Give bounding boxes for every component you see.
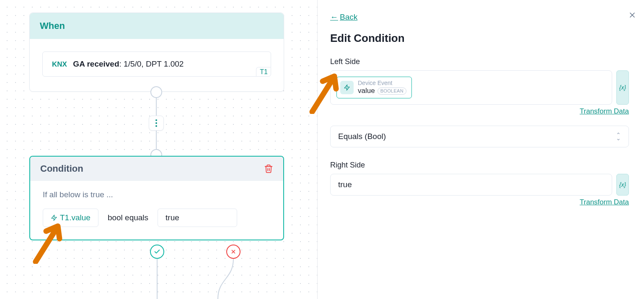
operator-text: bool equals — [108, 213, 148, 222]
token-kind: Device Event — [358, 80, 406, 87]
delete-button[interactable] — [264, 164, 273, 173]
back-link[interactable]: ← Back — [330, 13, 357, 22]
when-header: When — [30, 13, 284, 39]
trigger-text: GA received: 1/5/0, DPT 1.002 — [73, 59, 184, 68]
right-operand-text: true — [166, 213, 179, 222]
check-icon — [154, 248, 160, 255]
flow-canvas[interactable]: When KNX GA received: 1/5/0, DPT 1.002 T… — [0, 0, 317, 299]
variable-icon: {x} — [619, 84, 626, 91]
token-value: value — [358, 87, 375, 95]
device-event-token[interactable]: Device Event value BOOLEAN — [336, 77, 412, 98]
close-button[interactable] — [628, 11, 636, 19]
condition-title: Condition — [40, 163, 83, 174]
arrow-left-icon: ← — [330, 13, 338, 22]
right-side-row: true {x} — [330, 174, 629, 196]
false-branch-curve — [197, 258, 243, 299]
token-type-badge: BOOLEAN — [378, 88, 406, 95]
when-title: When — [40, 21, 65, 31]
trigger-box[interactable]: KNX GA received: 1/5/0, DPT 1.002 T1 — [42, 52, 271, 77]
false-branch[interactable] — [226, 245, 241, 259]
right-transform-link[interactable]: Transform Data — [330, 198, 629, 206]
condition-row: T1.value bool equals true — [43, 209, 271, 227]
left-variable-button[interactable]: {x} — [616, 70, 629, 105]
trigger-source: KNX — [52, 60, 67, 68]
close-icon — [628, 11, 636, 19]
token-text: Device Event value BOOLEAN — [358, 80, 406, 95]
left-transform-link[interactable]: Transform Data — [330, 107, 629, 116]
panel-title: Edit Condition — [330, 32, 629, 45]
back-label: Back — [340, 13, 357, 22]
trigger-tag: T1 — [256, 67, 271, 77]
bolt-icon — [51, 214, 57, 221]
svg-marker-5 — [344, 85, 349, 90]
condition-body: If all below is true ... T1.value bool e… — [30, 181, 283, 240]
connector-line-1 — [156, 98, 157, 116]
trash-icon — [264, 164, 273, 173]
more-options-button[interactable] — [149, 116, 164, 131]
chevron-sort-icon: ⌃⌄ — [616, 133, 621, 140]
right-side-value: true — [338, 180, 352, 189]
left-side-row: Device Event value BOOLEAN {x} — [330, 70, 629, 105]
variable-icon: {x} — [619, 181, 626, 188]
condition-card[interactable]: Condition If all below is true ... T1.va… — [29, 156, 284, 240]
svg-marker-0 — [52, 215, 57, 220]
condition-description: If all below is true ... — [43, 190, 271, 199]
left-side-field[interactable]: Device Event value BOOLEAN — [330, 70, 612, 105]
operator-select[interactable]: Equals (Bool) ⌃⌄ — [330, 126, 629, 147]
right-side-label: Right Side — [330, 161, 629, 170]
right-side-input[interactable]: true — [330, 174, 612, 196]
true-branch-line — [157, 259, 158, 299]
right-variable-button[interactable]: {x} — [616, 174, 629, 196]
connector-node-top — [150, 86, 162, 98]
edit-panel: ← Back Edit Condition Left Side Device E… — [317, 0, 644, 299]
left-operand-chip[interactable]: T1.value — [43, 209, 98, 227]
when-card[interactable]: When KNX GA received: 1/5/0, DPT 1.002 T… — [29, 13, 284, 92]
connector-line-2 — [156, 131, 157, 149]
condition-header: Condition — [30, 157, 283, 181]
left-operand-text: T1.value — [60, 213, 91, 222]
x-icon — [230, 249, 236, 255]
trigger-label-bold: GA received — [73, 59, 119, 68]
true-branch[interactable] — [150, 245, 164, 259]
token-icon-box — [340, 81, 354, 94]
right-operand-chip[interactable]: true — [158, 209, 237, 227]
operator-value: Equals (Bool) — [338, 132, 386, 141]
left-side-label: Left Side — [330, 57, 629, 66]
bolt-icon — [344, 84, 350, 91]
trigger-label-rest: : 1/5/0, DPT 1.002 — [119, 59, 184, 68]
when-body: KNX GA received: 1/5/0, DPT 1.002 T1 — [30, 39, 284, 91]
